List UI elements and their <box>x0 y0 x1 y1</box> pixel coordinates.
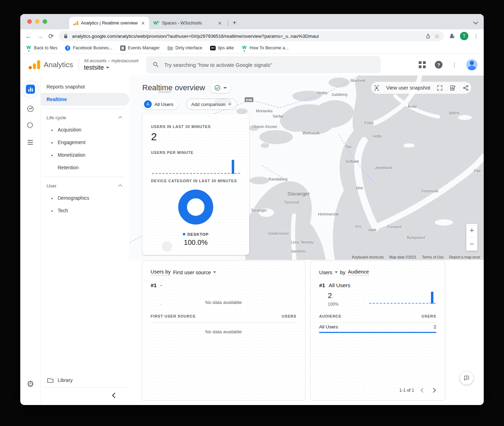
analytics-favicon <box>73 21 78 25</box>
device-donut-chart[interactable] <box>178 190 213 225</box>
bookmark-dirty-interface[interactable]: Dirty interface <box>167 45 202 51</box>
analytics-header: Analytics All accounts › mytestaccount t… <box>20 54 484 76</box>
next-page-icon[interactable] <box>431 388 436 393</box>
header-kebab-icon[interactable]: ⋮ <box>452 62 457 68</box>
bookmark-how-to-become[interactable]: W3 How To Become a... <box>242 45 289 51</box>
audience-sparkline[interactable] <box>369 290 435 305</box>
terms-of-use-link[interactable]: Terms of Use <box>422 255 444 259</box>
device-legend: DESKTOP <box>142 232 249 236</box>
account-breadcrumb[interactable]: All accounts › mytestaccount testsite <box>84 58 138 71</box>
previous-page-icon[interactable] <box>420 388 425 393</box>
rail-explore-icon[interactable] <box>27 105 34 113</box>
source-card-title: Users by First user source <box>151 269 216 276</box>
property-name[interactable]: testsite <box>84 64 104 71</box>
source-rank-row: #1- <box>151 282 162 289</box>
google-account-avatar[interactable] <box>466 59 477 70</box>
bookmark-events-manager[interactable]: Events Manager <box>120 45 160 51</box>
sidebar-collapse-button[interactable] <box>43 387 129 403</box>
zoom-window-button[interactable] <box>43 19 47 24</box>
sidebar-item-reports-snapshot[interactable]: Reports snapshot <box>41 80 129 93</box>
sidebar-item-tech[interactable]: ▸ Tech <box>41 204 129 217</box>
new-tab-button[interactable]: + <box>232 19 236 27</box>
map-place-label: Ims <box>355 224 361 228</box>
window-controls[interactable] <box>27 19 47 24</box>
browser-profile-avatar[interactable]: T <box>460 32 468 40</box>
sidebar-item-realtime[interactable]: Realtime <box>41 93 129 106</box>
tab-strip: Analytics | Realtime overview ✕ W3 Space… <box>20 14 484 29</box>
back-button[interactable]: ← <box>25 33 32 40</box>
tab-close-icon[interactable]: ✕ <box>217 21 222 26</box>
minimize-window-button[interactable] <box>35 19 39 24</box>
property-caret-icon <box>106 67 109 69</box>
sidebar-section-user[interactable]: User <box>41 180 129 192</box>
view-user-snapshot-button[interactable]: View user snapshot <box>386 85 430 91</box>
sidebar-item-demographics[interactable]: ▸ Demographics <box>41 192 129 204</box>
bookmark-tips-allie[interactable]: tips allie <box>210 45 234 50</box>
users-by-source-card: Users by First user source #1- - No data… <box>142 260 305 401</box>
page-title: Realtime overview <box>142 83 205 92</box>
map-place-label: Tananger <box>251 208 267 212</box>
caret-down-icon[interactable] <box>335 271 338 273</box>
url-bar[interactable]: analytics.google.com/analytics/web/provi… <box>59 31 444 41</box>
expand-triangle-icon: ▸ <box>51 196 54 200</box>
reload-button[interactable]: ⟳ <box>48 33 54 40</box>
source-empty-table: No data available <box>142 329 305 334</box>
media-icon <box>210 46 216 50</box>
rail-configure-icon[interactable] <box>27 139 34 146</box>
all-users-chip[interactable]: A All Users <box>142 99 178 109</box>
feedback-button[interactable] <box>460 371 473 385</box>
w3schools-icon: W3 <box>26 45 31 51</box>
keyboard-shortcuts-link[interactable]: Keyboard shortcuts <box>352 255 383 259</box>
share-icon[interactable] <box>462 85 469 91</box>
metric-selector[interactable]: Users <box>319 270 332 275</box>
url-text[interactable]: analytics.google.com/analytics/web/provi… <box>72 34 422 39</box>
map-place-label: Idse <box>356 186 363 190</box>
metric-selector[interactable]: Users by <box>151 269 171 276</box>
sidebar-item-library[interactable]: Library <box>41 373 129 387</box>
insights-chart-icon[interactable] <box>449 85 456 91</box>
map-zoom-in-button[interactable]: + <box>466 224 477 237</box>
caret-down-icon <box>223 87 227 89</box>
admin-gear-icon[interactable]: ⚙ <box>20 379 41 389</box>
users-per-minute-sparkline[interactable] <box>152 159 240 175</box>
dimension-selector[interactable]: Audience <box>348 269 369 276</box>
browser-menu-kebab-icon[interactable]: ⋮ <box>473 33 479 40</box>
forward-button[interactable]: → <box>37 33 43 40</box>
sidebar-section-life-cycle[interactable]: Life cycle <box>41 112 129 123</box>
pagination-label: 1-1 of 1 <box>399 388 414 393</box>
bookmark-facebook-business[interactable]: f Facebook Busines... <box>65 45 112 51</box>
extensions-puzzle-icon[interactable] <box>449 33 455 39</box>
tab-search-chevron-icon[interactable] <box>474 19 477 22</box>
expand-triangle-icon: ▸ <box>51 128 54 132</box>
rail-advertising-icon[interactable] <box>27 122 34 129</box>
rail-reports-icon[interactable] <box>22 80 39 98</box>
report-map-error-link[interactable]: Report a map error <box>449 255 480 259</box>
sidebar-item-acquisition[interactable]: ▸ Acquisition <box>41 123 129 136</box>
share-page-icon[interactable] <box>425 33 431 39</box>
sidebar-item-engagement[interactable]: ▸ Engagement <box>41 136 129 149</box>
diagnostics-grid-icon[interactable] <box>419 61 426 68</box>
w3schools-favicon: W3 <box>153 21 159 25</box>
map-attribution: Keyboard shortcuts Map data ©2021 Terms … <box>352 255 480 259</box>
map-zoom-control: + − <box>466 224 477 251</box>
sidebar-item-monetization[interactable]: ▸ Monetization <box>41 149 129 161</box>
tab-w3schools[interactable]: W3 Spaces - W3schools ✕ <box>149 17 226 29</box>
add-comparison-button[interactable]: Add comparison + <box>186 99 237 110</box>
help-icon[interactable]: ? <box>435 61 442 69</box>
audience-table-row[interactable]: All Users 2 <box>319 324 436 329</box>
map-zoom-out-button[interactable]: − <box>466 237 477 251</box>
search-bar[interactable]: Try searching "how to activate Google si… <box>146 56 381 73</box>
tab-analytics[interactable]: Analytics | Realtime overview ✕ <box>69 17 149 29</box>
map-place-label: Fossmork <box>422 189 438 193</box>
caret-down-icon[interactable] <box>213 271 216 273</box>
fullscreen-icon[interactable] <box>437 85 443 91</box>
sidebar-item-retention[interactable]: Retention <box>41 161 129 174</box>
tab-close-icon[interactable]: ✕ <box>141 21 146 26</box>
expand-triangle-icon: ▸ <box>51 153 54 157</box>
map-place-label: Holta <box>373 134 382 138</box>
data-status-pill[interactable] <box>210 83 231 93</box>
map-place-label: Sandnes <box>291 249 306 253</box>
bookmark-back-to-files[interactable]: W3 Back to files <box>26 45 57 51</box>
bookmark-star-icon[interactable]: ☆ <box>434 33 440 40</box>
close-window-button[interactable] <box>27 19 32 24</box>
